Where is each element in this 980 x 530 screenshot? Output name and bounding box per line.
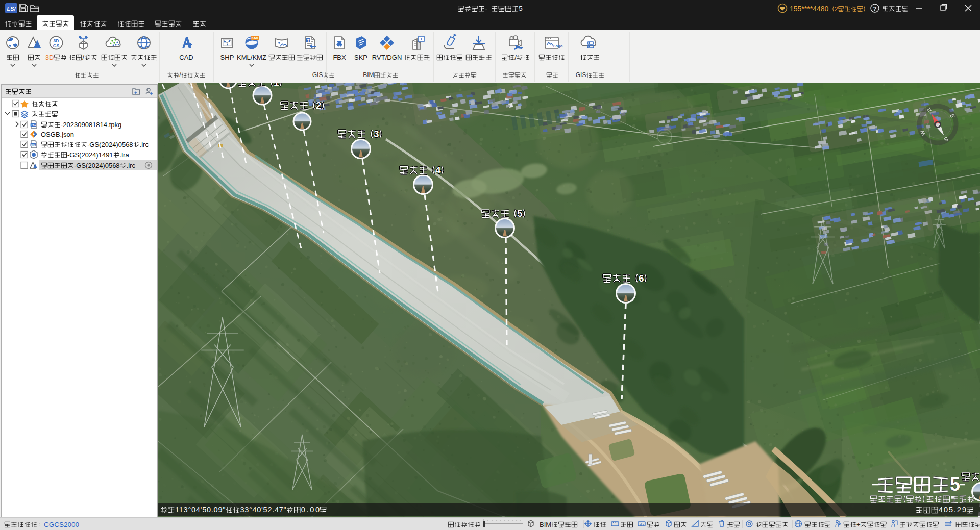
svg-text:113°04'50.09": 113°04'50.09" bbox=[175, 506, 225, 514]
svg-text:BIM: BIM bbox=[540, 521, 551, 528]
svg-text:.lrc: .lrc bbox=[127, 162, 136, 169]
svg-text:/: / bbox=[514, 54, 517, 61]
svg-text:-GS(2024)1491: -GS(2024)1491 bbox=[67, 151, 113, 159]
svg-text:/: / bbox=[82, 54, 84, 61]
svg-text:+: + bbox=[856, 521, 861, 528]
svg-text:4: 4 bbox=[435, 165, 441, 175]
svg-text:TPKG: TPKG bbox=[30, 124, 37, 127]
svg-text:LS/: LS/ bbox=[7, 6, 16, 12]
svg-text:OSGB.json: OSGB.json bbox=[41, 131, 74, 138]
svg-text:?: ? bbox=[873, 6, 876, 12]
svg-text:0.00: 0.00 bbox=[301, 506, 320, 514]
svg-text:3D: 3D bbox=[54, 38, 59, 43]
svg-text:SKP: SKP bbox=[354, 54, 368, 61]
svg-text:CGCS2000: CGCS2000 bbox=[44, 521, 79, 528]
svg-text:GS: GS bbox=[53, 43, 60, 48]
svg-text:T: T bbox=[420, 37, 423, 41]
svg-text:405.29: 405.29 bbox=[939, 505, 966, 514]
svg-text:GIS: GIS bbox=[576, 71, 586, 79]
svg-text:-GS(2024)0568: -GS(2024)0568 bbox=[74, 162, 120, 169]
svg-text:KML: KML bbox=[251, 36, 259, 40]
svg-text:KML/KMZ: KML/KMZ bbox=[237, 54, 266, 61]
svg-text:2: 2 bbox=[316, 100, 322, 111]
svg-text:3: 3 bbox=[374, 129, 379, 139]
svg-text:5: 5 bbox=[517, 208, 523, 219]
svg-text:155****4480: 155****4480 bbox=[790, 5, 829, 13]
svg-text:3D: 3D bbox=[45, 54, 54, 61]
svg-text:33°40'52.47": 33°40'52.47" bbox=[240, 506, 286, 514]
svg-text:-202309081814.tpkg: -202309081814.tpkg bbox=[61, 121, 121, 129]
svg-text:Logo: Logo bbox=[553, 44, 563, 48]
svg-text:RVT/DGN: RVT/DGN bbox=[372, 54, 402, 61]
svg-text:LRC: LRC bbox=[31, 144, 36, 146]
svg-text:SHP: SHP bbox=[220, 54, 234, 61]
svg-text:-: - bbox=[485, 5, 487, 12]
svg-text:5: 5 bbox=[950, 474, 960, 495]
svg-text:GIS: GIS bbox=[312, 71, 323, 79]
svg-text:FBX: FBX bbox=[333, 54, 346, 61]
svg-text:6: 6 bbox=[639, 273, 644, 284]
svg-text:-GS(2024)0568: -GS(2024)0568 bbox=[87, 141, 133, 148]
svg-text:.lrc: .lrc bbox=[140, 141, 149, 148]
svg-text:BIM: BIM bbox=[363, 71, 374, 79]
svg-text:CAD: CAD bbox=[179, 54, 193, 61]
svg-text:5: 5 bbox=[519, 5, 523, 12]
svg-text:T: T bbox=[307, 38, 310, 43]
svg-text:.lra: .lra bbox=[120, 151, 130, 159]
svg-text:2: 2 bbox=[835, 6, 838, 13]
